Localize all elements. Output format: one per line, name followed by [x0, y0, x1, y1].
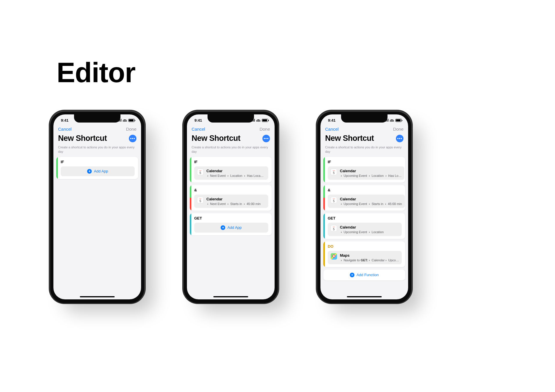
screen-subtitle: Create a shortcut to actions you do in y… — [320, 143, 408, 157]
card-label: IF — [194, 160, 268, 164]
device-frame: 9:41CancelDoneNew Shortcut•••Create a sh… — [49, 110, 145, 303]
cancel-button[interactable]: Cancel — [192, 127, 205, 132]
breadcrumb: › Upcoming Event › Location › Has Lo… — [340, 174, 401, 177]
editor-card: &—5Calendar› Next Event › Starts in › 45… — [190, 185, 272, 211]
plus-icon: + — [221, 225, 225, 230]
breadcrumb: › Upcoming Event › Location — [340, 230, 399, 234]
card-label: IF — [328, 160, 404, 164]
editor-card: &—5Calendar› Upcoming Event › Starts in … — [323, 185, 405, 211]
wifi-icon — [256, 119, 260, 122]
app-row[interactable]: —5Calendar› Next Event › Location › Has … — [194, 166, 268, 180]
editor-content: IF—5Calendar› Upcoming Event › Location … — [320, 157, 408, 280]
calendar-icon: —5 — [197, 169, 203, 175]
app-name: Calendar — [206, 197, 265, 201]
notch — [341, 114, 388, 123]
more-button[interactable]: ••• — [396, 135, 403, 142]
plus-icon: + — [87, 169, 92, 174]
app-name: Maps — [340, 253, 399, 258]
editor-content: IF—5Calendar› Next Event › Location › Ha… — [187, 157, 275, 235]
page-header: New Shortcut••• — [53, 133, 141, 143]
app-name: Calendar — [206, 169, 265, 173]
nav-bar: CancelDone — [53, 126, 141, 133]
app-row[interactable]: —5Calendar› Upcoming Event › Starts in ›… — [328, 195, 405, 208]
add-app-label: Add App — [94, 169, 108, 173]
card-label: GET — [194, 216, 268, 220]
more-button[interactable]: ••• — [262, 135, 270, 142]
screen-title: New Shortcut — [192, 134, 240, 143]
screen-subtitle: Create a shortcut to actions you do in y… — [53, 143, 141, 157]
editor-card: IF—5Calendar› Next Event › Location › Ha… — [190, 157, 272, 183]
done-button[interactable]: Done — [126, 127, 136, 132]
battery-icon — [128, 119, 135, 122]
app-row[interactable]: Maps› Navigate to GET:› Calendar› Upco… — [328, 251, 402, 264]
app-row[interactable]: —5Calendar› Upcoming Event › Location — [328, 223, 402, 236]
plus-icon: + — [350, 273, 354, 277]
phone-row: 9:41CancelDoneNew Shortcut•••Create a sh… — [49, 110, 412, 303]
editor-card: DOMaps› Navigate to GET:› Calendar› Upco… — [323, 241, 405, 267]
add-function-button[interactable]: +Add Function — [323, 269, 405, 280]
editor-card: GET+Add App — [190, 213, 272, 235]
breadcrumb: › Upcoming Event › Starts in › 45:00 min — [340, 202, 402, 206]
add-app-button[interactable]: +Add App — [61, 166, 135, 176]
calendar-icon: —5 — [331, 197, 337, 203]
card-label: & — [194, 188, 268, 192]
add-app-button[interactable]: +Add App — [194, 223, 268, 233]
screen-subtitle: Create a shortcut to actions you do in y… — [187, 143, 275, 157]
app-name: Calendar — [340, 169, 401, 173]
more-button[interactable]: ••• — [129, 135, 136, 142]
screen: 9:41CancelDoneNew Shortcut•••Create a sh… — [187, 114, 275, 299]
status-time: 9:41 — [328, 118, 336, 123]
maps-icon — [331, 253, 337, 260]
screen: 9:41CancelDoneNew Shortcut•••Create a sh… — [53, 114, 141, 299]
editor-card: IF—5Calendar› Upcoming Event › Location … — [323, 157, 405, 183]
notch — [208, 114, 254, 123]
app-name: Calendar — [340, 197, 402, 201]
calendar-icon: —5 — [331, 169, 337, 175]
breadcrumb: › Next Event › Starts in › 45:00 min — [206, 202, 265, 206]
home-indicator — [80, 296, 115, 297]
nav-bar: CancelDone — [187, 126, 275, 133]
card-label: DO — [328, 244, 402, 249]
cancel-button[interactable]: Cancel — [58, 127, 72, 132]
battery-icon — [395, 119, 402, 122]
editor-card: GET—5Calendar› Upcoming Event › Location — [323, 213, 405, 239]
page-header: New Shortcut••• — [320, 133, 408, 143]
status-time: 9:41 — [61, 118, 69, 123]
battery-icon — [262, 119, 268, 122]
screen-title: New Shortcut — [325, 134, 374, 143]
wifi-icon — [123, 119, 127, 122]
add-function-label: Add Function — [356, 273, 379, 277]
card-label: GET — [328, 216, 402, 220]
editor-card: IF+Add App — [56, 157, 138, 179]
add-app-label: Add App — [227, 225, 242, 230]
page-header: New Shortcut••• — [187, 133, 275, 143]
done-button[interactable]: Done — [260, 127, 270, 132]
editor-content: IF+Add App — [53, 157, 141, 179]
home-indicator — [347, 296, 382, 297]
done-button[interactable]: Done — [393, 127, 403, 132]
card-label: IF — [61, 160, 135, 164]
app-row[interactable]: —5Calendar› Upcoming Event › Location › … — [328, 166, 404, 180]
app-name: Calendar — [340, 225, 399, 229]
app-row[interactable]: —5Calendar› Next Event › Starts in › 45:… — [194, 195, 268, 208]
screen: 9:41CancelDoneNew Shortcut•••Create a sh… — [320, 114, 408, 299]
nav-bar: CancelDone — [320, 126, 408, 133]
breadcrumb: › Navigate to GET:› Calendar› Upco… — [340, 258, 399, 262]
calendar-icon: —5 — [331, 225, 337, 231]
device-frame: 9:41CancelDoneNew Shortcut•••Create a sh… — [183, 110, 279, 303]
device-frame: 9:41CancelDoneNew Shortcut•••Create a sh… — [316, 110, 412, 303]
wifi-icon — [390, 119, 394, 122]
status-time: 9:41 — [194, 118, 202, 123]
home-indicator — [213, 296, 248, 297]
page-title: Editor — [57, 57, 135, 89]
card-label: & — [328, 188, 405, 192]
calendar-icon: —5 — [197, 197, 203, 203]
cancel-button[interactable]: Cancel — [325, 127, 339, 132]
screen-title: New Shortcut — [58, 134, 107, 143]
breadcrumb: › Next Event › Location › Has Loca… — [206, 174, 265, 177]
notch — [74, 114, 120, 123]
